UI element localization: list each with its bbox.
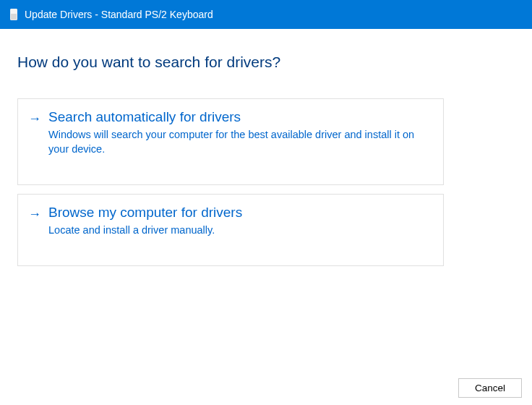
page-heading: How do you want to search for drivers? <box>17 54 515 71</box>
window-title: Update Drivers - Standard PS/2 Keyboard <box>25 9 213 20</box>
option-description: Locate and install a driver manually. <box>48 223 430 238</box>
keyboard-icon <box>10 9 17 20</box>
option-browse-computer[interactable]: → Browse my computer for drivers Locate … <box>17 194 444 266</box>
option-title: Search automatically for drivers <box>48 109 430 125</box>
option-title: Browse my computer for drivers <box>48 205 430 221</box>
option-body: Browse my computer for drivers Locate an… <box>48 205 430 238</box>
footer: Cancel <box>458 378 522 398</box>
option-description: Windows will search your computer for th… <box>48 128 430 156</box>
option-body: Search automatically for drivers Windows… <box>48 109 430 156</box>
titlebar: Update Drivers - Standard PS/2 Keyboard <box>0 0 532 29</box>
option-search-automatically[interactable]: → Search automatically for drivers Windo… <box>17 98 444 185</box>
arrow-right-icon: → <box>28 109 41 128</box>
content-area: How do you want to search for drivers? →… <box>0 29 532 266</box>
cancel-button[interactable]: Cancel <box>458 378 522 398</box>
arrow-right-icon: → <box>28 205 41 223</box>
options-list: → Search automatically for drivers Windo… <box>17 98 444 266</box>
